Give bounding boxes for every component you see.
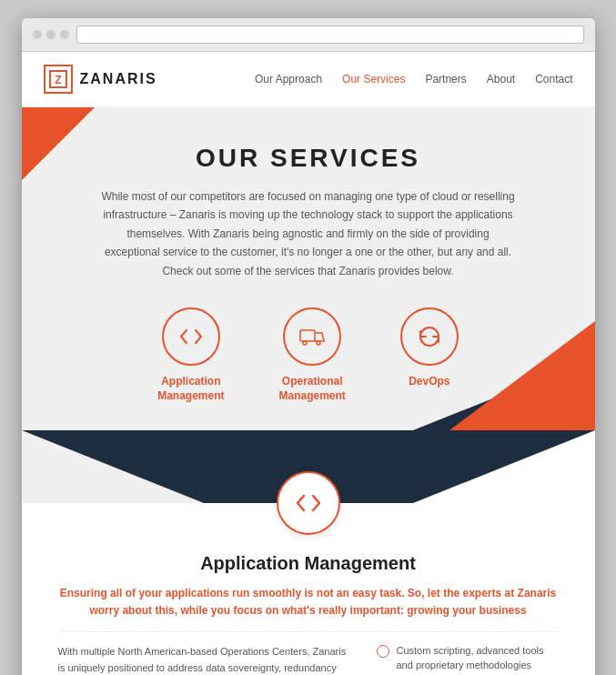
devops-label: DevOps — [409, 375, 449, 389]
nav-link-services[interactable]: Our Services — [342, 73, 405, 86]
refresh-icon — [416, 323, 443, 350]
detail-section: Application Management Ensuring all of y… — [22, 503, 595, 675]
nav-link-partners[interactable]: Partners — [425, 73, 466, 86]
svg-point-3 — [303, 341, 307, 345]
detail-icon-circle — [277, 471, 340, 535]
detail-list: Custom scripting, advanced tools and pro… — [377, 643, 559, 675]
app-mgmt-icon-circle — [162, 307, 220, 366]
svg-text:Z: Z — [55, 74, 61, 86]
code-icon — [177, 323, 205, 350]
hero-title: OUR SERVICES — [76, 144, 540, 173]
detail-code-icon — [294, 489, 323, 518]
list-item-1-text: Custom scripting, advanced tools and pro… — [397, 643, 559, 673]
detail-text: With multiple North American-based Opera… — [58, 643, 355, 675]
service-item-devops: DevOps — [400, 307, 459, 403]
nav-links: Our Approach Our Services Partners About… — [255, 73, 572, 86]
detail-content: With multiple North American-based Opera… — [58, 643, 559, 675]
browser-dots — [33, 30, 69, 39]
detail-title: Application Management — [58, 553, 559, 574]
detail-icon-wrapper — [58, 471, 559, 535]
svg-point-4 — [317, 341, 320, 345]
browser-dot-green — [60, 30, 69, 39]
service-item-app: ApplicationManagement — [157, 307, 224, 403]
nav-link-about[interactable]: About — [487, 73, 515, 86]
browser-addressbar[interactable] — [76, 25, 584, 44]
browser-dot-red — [33, 30, 42, 39]
ops-mgmt-icon-circle — [283, 307, 341, 366]
truck-icon — [298, 323, 326, 350]
list-bullet-1 — [377, 645, 389, 658]
detail-highlight: Ensuring all of your applications run sm… — [58, 585, 559, 631]
site-nav: Z ZANARIS Our Approach Our Services Part… — [22, 52, 595, 107]
service-item-ops: OperationalManagement — [279, 307, 346, 403]
svg-rect-2 — [300, 330, 315, 341]
nav-link-contact[interactable]: Contact — [535, 73, 572, 86]
logo-icon: Z — [44, 65, 73, 94]
ops-mgmt-label: OperationalManagement — [279, 375, 346, 403]
services-grid: ApplicationManagement OperationalManagem… — [76, 307, 540, 403]
hero-section: OUR SERVICES While most of our competito… — [22, 107, 595, 430]
browser-chrome — [22, 18, 595, 52]
logo: Z ZANARIS — [44, 65, 157, 94]
browser-window: Z ZANARIS Our Approach Our Services Part… — [22, 18, 595, 675]
logo-svg: Z — [49, 70, 67, 88]
devops-icon-circle — [400, 307, 459, 366]
nav-link-approach[interactable]: Our Approach — [255, 73, 322, 86]
browser-dot-yellow — [46, 30, 56, 39]
app-mgmt-label: ApplicationManagement — [157, 375, 224, 403]
list-item-1: Custom scripting, advanced tools and pro… — [377, 643, 559, 673]
logo-text: ZANARIS — [80, 71, 157, 87]
hero-description: While most of our competitors are focuse… — [99, 187, 518, 280]
